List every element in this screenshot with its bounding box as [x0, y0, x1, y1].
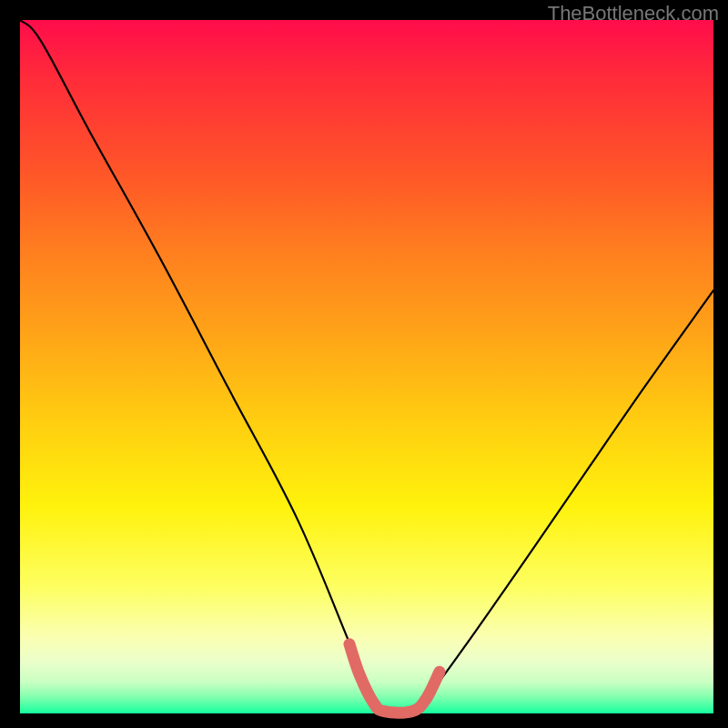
bottleneck-curve — [20, 20, 713, 720]
watermark-text: TheBottleneck.com — [548, 2, 719, 25]
optimal-range-highlight — [349, 644, 440, 713]
chart-container: TheBottleneck.com — [0, 0, 728, 728]
plot-area — [20, 20, 713, 713]
curve-layer — [20, 20, 713, 713]
